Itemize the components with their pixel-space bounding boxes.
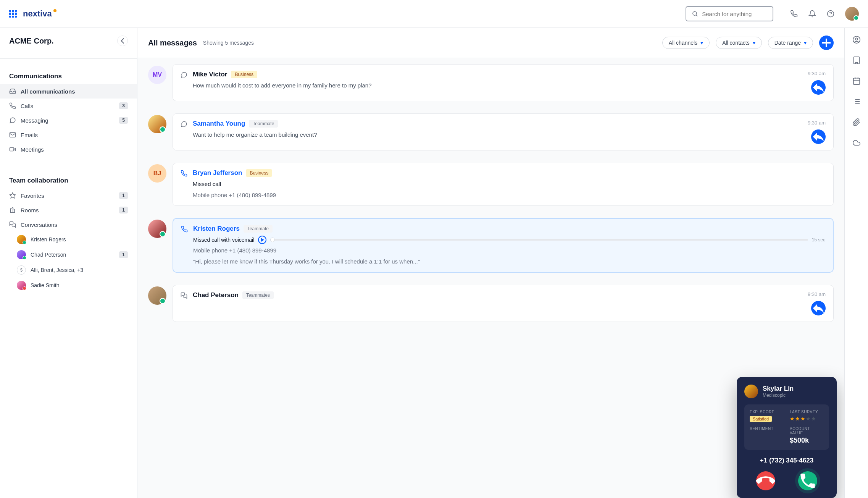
nav-calls[interactable]: Calls 3 [0,99,137,113]
help-icon[interactable] [827,10,834,18]
phone-icon [181,170,187,177]
nav-label: Rooms [21,207,115,213]
conv-name: Alli, Brent, Jessica, +3 [31,267,128,273]
chevron-down-icon: ▾ [700,40,703,46]
topbar: nextiva [0,0,868,28]
caller-name: Skylar Lin [763,385,794,393]
bell-icon[interactable] [808,10,816,18]
contact-name[interactable]: Bryan Jefferson [193,169,242,177]
avatar [17,235,26,244]
svg-rect-3 [10,148,14,151]
app-launcher-icon[interactable] [9,10,17,18]
svg-rect-7 [853,57,859,64]
nav-label: Emails [21,132,128,138]
voicemail-track[interactable] [270,239,808,241]
chat-icon [181,292,187,299]
svg-rect-8 [853,78,860,85]
message-icon [9,117,16,124]
star-icon [9,192,16,199]
message-time: 9:30 am [808,71,826,76]
building-icon [9,207,16,213]
caller-stats: EXP. SCORE Satisfied LAST SURVEY ★★★★★ S… [744,404,829,450]
call-status: Missed call with voicemail [193,237,254,243]
reply-button[interactable] [811,80,826,95]
stat-label: SENTIMENT [750,427,784,431]
chevron-down-icon: ▾ [804,40,807,46]
main-header: All messages Showing 5 messages All chan… [137,28,844,58]
tag-teammate: Teammates [242,291,274,299]
mail-icon [9,131,16,138]
avatar: MV [148,66,166,84]
calendar-icon[interactable] [852,77,861,85]
contact-name[interactable]: Kristen Rogers [193,225,240,233]
reply-button[interactable] [811,301,826,315]
svg-rect-2 [10,133,16,137]
message-body: Want to help me organize a team building… [193,131,802,139]
nav-badge: 1 [119,207,128,213]
nav-emails[interactable]: Emails [0,128,137,142]
nav-messaging[interactable]: Messaging 5 [0,113,137,128]
conversation-item[interactable]: Kristen Rogers [0,232,137,247]
nav-rooms[interactable]: Rooms 1 [0,203,137,217]
avatar-count: 5 [17,265,26,275]
filter-contacts[interactable]: All contacts ▾ [716,37,762,49]
user-avatar[interactable] [845,7,859,21]
nav-label: Messaging [21,117,115,124]
play-button[interactable] [258,236,266,244]
nav-label: Calls [21,103,115,109]
reply-button[interactable] [811,129,826,144]
tag-teammate: Teammate [244,225,273,233]
attachment-icon[interactable] [852,118,861,126]
conversation-item[interactable]: Chad Peterson 1 [0,247,137,262]
tag-teammate: Teammate [249,120,278,128]
nav-meetings[interactable]: Meetings [0,142,137,157]
stat-label: EXP. SCORE [750,410,784,414]
message-row[interactable]: Samantha Young Teammate Want to help me … [145,107,837,157]
message-row[interactable]: Kristen Rogers Teammate Missed call with… [145,212,837,279]
nav-all-communications[interactable]: All communications [0,84,137,99]
caller-avatar [744,385,758,398]
decline-call-button[interactable] [756,471,775,490]
contact-name[interactable]: Samantha Young [193,120,245,128]
conv-name: Sadie Smith [31,282,128,288]
avatar [17,281,26,290]
add-button[interactable] [819,36,834,50]
avatar [17,250,26,259]
avatar: BJ [148,164,166,183]
caller-phone: +1 (732) 345-4623 [744,457,829,464]
tasks-icon[interactable] [852,97,861,106]
filter-label: Date range [774,40,801,46]
nav-badge: 1 [119,251,128,258]
tag-business: Business [246,169,272,177]
conversation-item[interactable]: Sadie Smith [0,278,137,293]
filter-channels[interactable]: All channels ▾ [662,37,710,49]
contact-name: Mike Victor [193,71,227,78]
brand-text: nextiva [23,9,52,19]
svg-point-0 [693,11,697,15]
collapse-sidebar-button[interactable] [117,36,128,46]
filter-date[interactable]: Date range ▾ [768,37,813,49]
main: All messages Showing 5 messages All chan… [137,28,844,498]
nav-conversations[interactable]: Conversations [0,217,137,232]
profile-icon[interactable] [852,36,861,44]
search-input[interactable] [702,11,767,17]
avatar [148,115,166,133]
building-icon[interactable] [852,56,861,65]
search-box[interactable] [686,6,773,21]
message-row[interactable]: BJ Bryan Jefferson Business Missed call … [145,157,837,212]
org-name: ACME Corp. [9,37,54,45]
nav-label: Favorites [21,192,115,199]
section-collaboration: Team collaboration [0,169,137,188]
phone-icon[interactable] [790,10,798,18]
conversation-item[interactable]: 5 Alli, Brent, Jessica, +3 [0,262,137,278]
conv-name: Kristen Rogers [31,236,128,243]
message-row[interactable]: Chad Peterson Teammates 9:30 am [145,279,837,328]
nav-badge: 1 [119,192,128,199]
nav-favorites[interactable]: Favorites 1 [0,188,137,203]
accept-call-button[interactable] [798,471,817,490]
page-title: All messages [148,39,197,47]
chevron-down-icon: ▾ [753,40,755,46]
search-icon [692,10,698,18]
cloud-icon[interactable] [852,139,861,147]
message-row[interactable]: MV Mike Victor Business How much would i… [145,58,837,107]
